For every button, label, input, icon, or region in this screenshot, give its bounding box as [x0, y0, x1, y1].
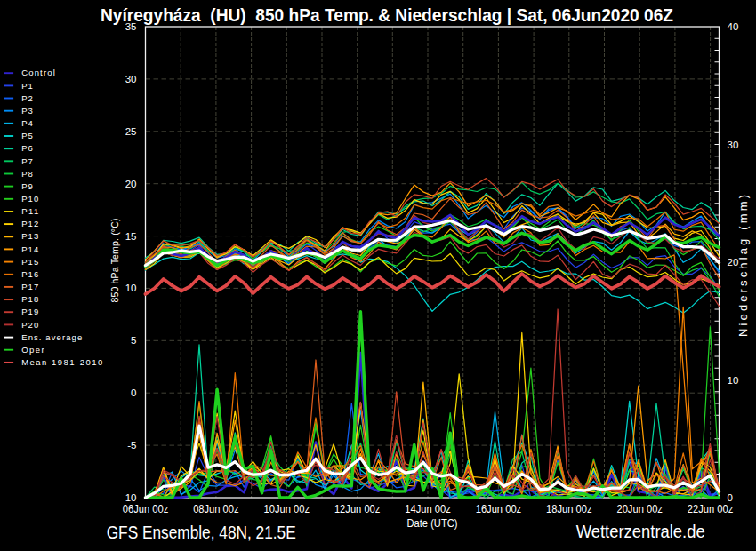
- svg-text:30: 30: [125, 74, 137, 84]
- svg-text:P14: P14: [21, 244, 38, 254]
- svg-text:P9: P9: [21, 181, 33, 191]
- svg-text:Nyíregyháza (HU) 850 hPa Tem: Nyíregyháza (HU) 850 hPa Temp. & Nieders…: [101, 5, 673, 25]
- svg-text:P17: P17: [21, 282, 38, 291]
- svg-text:40: 40: [728, 21, 739, 32]
- svg-text:30: 30: [728, 140, 739, 150]
- svg-text:P16: P16: [21, 269, 38, 279]
- svg-text:P7: P7: [21, 156, 33, 166]
- svg-text:P10: P10: [21, 194, 38, 204]
- svg-text:15: 15: [125, 231, 137, 242]
- svg-text:12Jun 00z: 12Jun 00z: [334, 503, 381, 515]
- svg-text:GFS Ensemble, 48N, 21.5E: GFS Ensemble, 48N, 21.5E: [107, 523, 296, 542]
- svg-text:20Jun 00z: 20Jun 00z: [616, 503, 663, 515]
- svg-text:Mean 1981-2010: Mean 1981-2010: [21, 357, 102, 367]
- svg-text:Oper: Oper: [21, 345, 44, 355]
- svg-text:08Jun 00z: 08Jun 00z: [193, 503, 239, 515]
- svg-text:25: 25: [125, 126, 137, 137]
- svg-text:P4: P4: [21, 118, 33, 128]
- svg-text:22Jun 00z: 22Jun 00z: [688, 503, 734, 515]
- svg-text:18Jun 00z: 18Jun 00z: [546, 503, 592, 515]
- svg-text:P6: P6: [21, 143, 33, 153]
- svg-text:850 hPa Temp. (°C): 850 hPa Temp. (°C): [109, 219, 120, 303]
- svg-text:P3: P3: [21, 106, 33, 116]
- svg-text:10: 10: [728, 375, 739, 386]
- svg-text:Date (UTC): Date (UTC): [407, 517, 458, 530]
- svg-text:Ens. average: Ens. average: [21, 332, 82, 342]
- svg-text:P11: P11: [21, 206, 38, 216]
- svg-text:35: 35: [125, 21, 137, 32]
- svg-text:Wetterzentrale.de: Wetterzentrale.de: [576, 522, 705, 541]
- svg-text:10: 10: [125, 283, 137, 293]
- svg-text:-10: -10: [122, 492, 137, 503]
- svg-text:P8: P8: [21, 169, 33, 179]
- svg-text:06Jun 00z: 06Jun 00z: [123, 503, 169, 515]
- svg-text:0: 0: [728, 492, 733, 503]
- svg-text:14Jun 00z: 14Jun 00z: [405, 503, 451, 515]
- svg-text:5: 5: [131, 335, 136, 346]
- svg-text:P2: P2: [21, 93, 33, 103]
- svg-text:Niederschlag (mm): Niederschlag (mm): [736, 195, 750, 337]
- svg-text:P18: P18: [21, 294, 38, 304]
- svg-text:P12: P12: [21, 219, 38, 228]
- svg-text:20: 20: [125, 179, 137, 189]
- svg-text:P1: P1: [21, 81, 33, 91]
- svg-text:10Jun 00z: 10Jun 00z: [264, 503, 310, 515]
- svg-text:P20: P20: [21, 320, 38, 330]
- svg-text:Control: Control: [21, 68, 55, 77]
- svg-text:0: 0: [131, 387, 136, 398]
- svg-text:16Jun 00z: 16Jun 00z: [476, 503, 522, 515]
- svg-text:P5: P5: [21, 131, 33, 140]
- svg-text:P13: P13: [21, 231, 38, 241]
- svg-text:P15: P15: [21, 257, 38, 267]
- svg-text:P19: P19: [21, 307, 38, 316]
- svg-text:-5: -5: [127, 440, 136, 451]
